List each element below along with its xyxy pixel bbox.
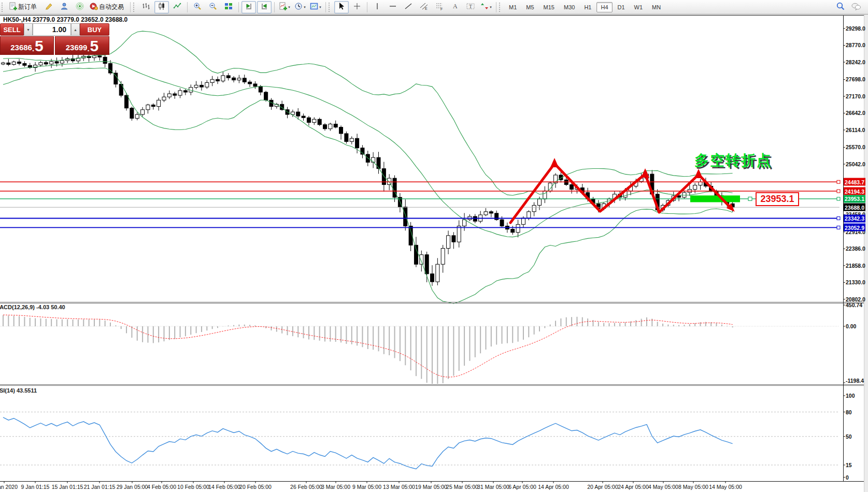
- line-anchor-marker: [837, 217, 840, 220]
- candle-body: [18, 62, 21, 63]
- candle-body: [55, 62, 59, 63]
- volume-decrease-button[interactable]: ▼: [24, 23, 33, 36]
- horizontal-line-button[interactable]: [386, 1, 400, 13]
- candle-body: [355, 138, 359, 148]
- price-axis-label: 20802.0: [846, 296, 865, 302]
- candle-body: [323, 125, 327, 129]
- crayon-button[interactable]: [41, 1, 56, 13]
- equidistant-channel-button[interactable]: E: [417, 1, 431, 13]
- line-chart-button[interactable]: [170, 1, 184, 13]
- timeframe-m1[interactable]: M1: [505, 2, 521, 12]
- sell-price-display[interactable]: 23686.5: [0, 36, 54, 55]
- price-axis-label: 27170.0: [846, 93, 865, 99]
- buy-button[interactable]: BUY: [80, 23, 109, 36]
- chat-button[interactable]: [849, 1, 863, 13]
- auto-trading-label: 自动交易: [99, 3, 124, 11]
- indicators-button[interactable]: ▾: [277, 1, 292, 13]
- zigzag-up-arrowhead: [641, 168, 649, 178]
- profile-button[interactable]: [57, 1, 72, 13]
- zoom-in-button[interactable]: [190, 1, 205, 13]
- candle-body: [334, 124, 337, 127]
- candle-body: [425, 255, 429, 274]
- text-button[interactable]: A: [448, 1, 462, 13]
- price-tag: 23342.3: [844, 214, 865, 222]
- macd-axis-label: 0.00: [846, 323, 856, 329]
- crosshair-button[interactable]: [350, 1, 364, 13]
- timeframe-m30[interactable]: M30: [560, 2, 579, 12]
- time-axis-label: 9 Mar 05:00: [352, 484, 381, 490]
- candle-body: [312, 119, 316, 122]
- window-edge-strip[interactable]: [864, 15, 868, 492]
- chart-text-annotation[interactable]: 多空转折点: [694, 151, 788, 170]
- timeframe-w1[interactable]: W1: [630, 2, 647, 12]
- pane-divider: [0, 384, 864, 385]
- buy-price-display[interactable]: 23699.5: [55, 36, 109, 55]
- timeframe-mn[interactable]: MN: [648, 2, 665, 12]
- arrows-icon: [480, 2, 489, 12]
- volume-increase-button[interactable]: ▲: [71, 23, 80, 36]
- close-value: 23688.0: [105, 16, 127, 23]
- price-tag: 24194.3: [844, 187, 865, 195]
- arrows-button[interactable]: ▾: [479, 1, 493, 13]
- buy-price-main: 23699: [66, 42, 88, 53]
- candles-layer: [2, 52, 735, 286]
- volume-input[interactable]: 1.00: [33, 23, 71, 36]
- text-label-button[interactable]: T: [463, 1, 478, 13]
- candle-body: [511, 229, 515, 233]
- tile-windows-button[interactable]: [221, 1, 236, 13]
- fibonacci-button[interactable]: F: [432, 1, 447, 13]
- trendline-icon: [404, 2, 412, 12]
- candle-body: [135, 114, 139, 118]
- candle-body: [50, 62, 53, 64]
- candle-body: [7, 63, 10, 64]
- bar-chart-button[interactable]: [139, 1, 153, 13]
- candle-body: [151, 105, 155, 107]
- chevron-down-icon: ▾: [319, 5, 321, 9]
- auto-trading-button[interactable]: 自动交易: [88, 1, 127, 13]
- timeframe-h1[interactable]: H1: [580, 2, 595, 12]
- timeframe-m15[interactable]: M15: [539, 2, 559, 12]
- trading-terminal: { "toolbar": { "new_order_label": "新订单",…: [0, 0, 868, 492]
- price-axis-label: 26114.0: [846, 127, 865, 133]
- macd-axis-label: 450.74: [846, 302, 862, 308]
- support-zone-bar[interactable]: [690, 195, 740, 202]
- low-value: 23652.0: [81, 16, 103, 23]
- periods-button[interactable]: ▾: [293, 1, 307, 13]
- time-axis-label: 24 Apr 05:00: [618, 484, 649, 490]
- candle-body: [146, 105, 150, 110]
- signal-button[interactable]: [73, 1, 87, 13]
- zoom-out-button[interactable]: [206, 1, 220, 13]
- price-callout-box[interactable]: 23953.1: [756, 192, 799, 206]
- symbol-title: HK50-,H4: [3, 16, 31, 23]
- candle-body: [173, 94, 177, 95]
- timeframe-d1[interactable]: D1: [614, 2, 629, 12]
- candle-body: [259, 86, 262, 92]
- chart-canvas[interactable]: [0, 0, 868, 492]
- candle-body: [157, 100, 161, 106]
- chart-shift-button[interactable]: [241, 1, 256, 13]
- auto-scroll-button[interactable]: [257, 1, 272, 13]
- search-button[interactable]: [833, 1, 848, 13]
- new-order-button[interactable]: 新订单: [7, 1, 40, 13]
- timeframe-h4[interactable]: H4: [596, 2, 612, 12]
- tile-windows-icon: [224, 2, 233, 12]
- chevron-down-icon: ▾: [304, 5, 306, 9]
- sell-button[interactable]: SELL: [0, 23, 24, 36]
- vertical-line-button[interactable]: [370, 1, 385, 13]
- candle-body: [452, 236, 456, 242]
- candle-chart-button[interactable]: [154, 1, 169, 13]
- cursor-button[interactable]: [334, 1, 349, 13]
- rsi-axis-label: 100: [846, 393, 855, 399]
- trendline-button[interactable]: [401, 1, 416, 13]
- templates-button[interactable]: ▾: [308, 1, 323, 13]
- one-click-trading-panel: SELL ▼ 1.00 ▲ BUY 23686.5 23699.5: [0, 23, 109, 55]
- candle-body: [162, 97, 166, 100]
- callout-anchor-marker: [748, 197, 752, 200]
- price-tag: 23688.0: [844, 204, 865, 211]
- toolbar-grip: [329, 3, 332, 12]
- time-axis-label: 10 Feb 05:00: [177, 484, 209, 490]
- timeframe-m5[interactable]: M5: [522, 2, 538, 12]
- candle-body: [516, 224, 520, 232]
- candle-body: [141, 110, 145, 114]
- sell-price-point: .: [32, 44, 34, 53]
